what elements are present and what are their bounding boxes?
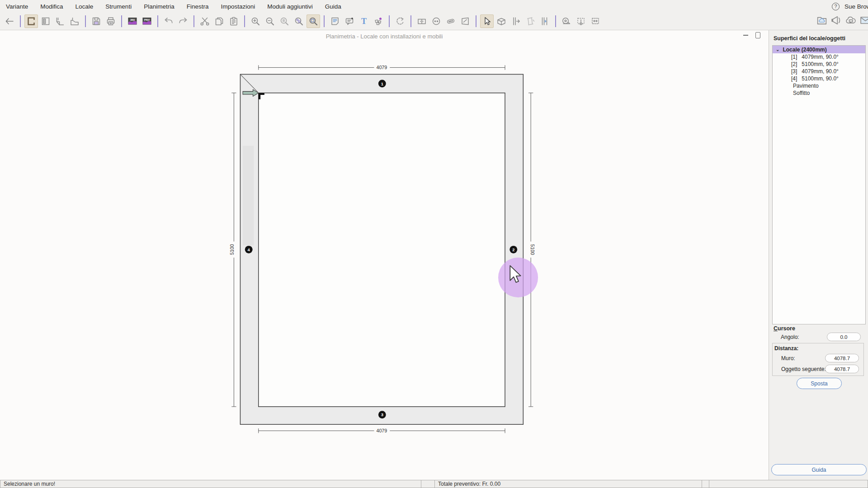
dim-left-label: 5100 <box>229 244 235 255</box>
toolbar-right-group <box>815 14 868 27</box>
svg-text:T: T <box>361 17 367 26</box>
paste-icon[interactable] <box>227 14 241 28</box>
menu-variante[interactable]: Variante <box>6 3 28 10</box>
corner-detail-icon[interactable] <box>68 14 81 28</box>
next-object-row: Oggetto seguente: 4078.7 <box>781 365 863 374</box>
floor-plan: 4079 4079 5100 5100 1 2 3 4 <box>0 30 769 480</box>
cut-icon[interactable] <box>198 14 212 28</box>
menu-locale[interactable]: Locale <box>75 3 94 10</box>
tree-item-wall-2[interactable]: [2]5100mm, 90.0° <box>773 61 865 68</box>
menu-moduli-aggiuntivi[interactable]: Moduli aggiuntivi <box>267 3 313 10</box>
view-360-icon[interactable]: 360 <box>126 14 139 28</box>
dim-top-label: 4079 <box>376 65 387 70</box>
cloud-folder-icon[interactable] <box>815 14 829 27</box>
toolbar: 360 PNV T <box>0 13 868 30</box>
move-wall-alt-icon[interactable] <box>524 14 537 28</box>
undo-icon[interactable] <box>162 14 175 28</box>
dimension-point-icon[interactable] <box>574 14 588 28</box>
tree-item-wall-1[interactable]: [1]4079mm, 90.0° <box>773 53 865 61</box>
toolbar-separator <box>157 15 158 27</box>
socket-icon[interactable] <box>429 14 443 28</box>
room-floor[interactable] <box>259 93 505 407</box>
properties-panel: Superfici del locale/oggetti ⌄ Locale (2… <box>769 30 868 480</box>
align-wall-icon[interactable] <box>538 14 552 28</box>
dimension-span-icon[interactable] <box>589 14 602 28</box>
back-icon[interactable] <box>3 14 16 28</box>
zoom-window-icon[interactable] <box>292 14 306 28</box>
svg-text:2: 2 <box>512 248 514 252</box>
surfaces-tree: ⌄ Locale (2400mm) [1]4079mm, 90.0° [2]51… <box>772 45 866 324</box>
rotate-icon[interactable] <box>393 14 407 28</box>
view-pnv-icon[interactable]: PNV <box>140 14 154 28</box>
toolbar-separator <box>244 15 245 27</box>
cloud-chat-icon[interactable] <box>844 14 858 27</box>
menu-impostazioni[interactable]: Impostazioni <box>221 3 255 10</box>
toolbar-separator <box>555 15 556 27</box>
toolbar-separator <box>410 15 411 27</box>
drawing-canvas[interactable]: Planimetria - Locale con installazioni e… <box>0 30 769 480</box>
tree-root-label: Locale (2400mm) <box>783 47 826 53</box>
tree-item-wall-3[interactable]: [3]4079mm, 90.0° <box>773 68 865 75</box>
move-wall-icon[interactable] <box>509 14 523 28</box>
menu-guida[interactable]: Guida <box>325 3 341 10</box>
distance-label: Distanza: <box>774 345 798 352</box>
dim-right-label: 5100 <box>530 244 535 255</box>
cursor-section-title: Cursore <box>774 325 795 332</box>
next-object-input[interactable]: 4078.7 <box>825 365 859 373</box>
materials-icon[interactable] <box>372 14 385 28</box>
distance-group: Distanza: Muro: 4078.7 Oggetto seguente:… <box>772 343 864 376</box>
select-icon[interactable] <box>480 14 494 28</box>
mirror-icon[interactable] <box>458 14 472 28</box>
tree-item-soffitto[interactable]: Soffitto <box>773 89 865 97</box>
save-icon[interactable] <box>90 14 103 28</box>
menu-planimetria[interactable]: Planimetria <box>144 3 175 10</box>
status-message: Selezionare un muro! <box>0 480 421 488</box>
tree-item-wall-4[interactable]: [4]5100mm, 90.0° <box>773 75 865 82</box>
chevron-down-icon[interactable]: ⌄ <box>776 47 779 52</box>
status-spacer <box>702 480 709 488</box>
status-bar: Selezionare un muro! Totale preventivo: … <box>0 480 868 488</box>
tree-item-pavimento[interactable]: Pavimento <box>773 82 865 89</box>
measure-tape-icon[interactable] <box>560 14 573 28</box>
status-spacer <box>709 480 868 488</box>
announcements-icon[interactable] <box>830 14 843 27</box>
zoom-in-icon[interactable] <box>249 14 262 28</box>
menu-modifica[interactable]: Modifica <box>40 3 63 10</box>
wall-elevation-icon[interactable] <box>39 14 52 28</box>
notes-icon[interactable] <box>328 14 342 28</box>
zoom-out-icon[interactable] <box>263 14 277 28</box>
help-icon[interactable]: ? <box>832 3 840 10</box>
move-button[interactable]: Sposta <box>797 378 842 389</box>
toolbar-separator <box>20 15 21 27</box>
mail-icon[interactable] <box>859 14 868 27</box>
furniture-icon[interactable] <box>415 14 429 28</box>
status-total: Totale preventivo: Fr. 0.00 <box>435 480 702 488</box>
corner-view-icon[interactable] <box>53 14 67 28</box>
wall-distance-input[interactable]: 4078.7 <box>825 354 859 362</box>
zoom-fit-icon[interactable] <box>307 14 320 28</box>
tree-root-locale[interactable]: ⌄ Locale (2400mm) <box>773 46 865 53</box>
menu-finestra[interactable]: Finestra <box>187 3 209 10</box>
text-tool-icon[interactable]: T <box>357 14 371 28</box>
redo-icon[interactable] <box>176 14 190 28</box>
help-button[interactable]: Guida <box>771 464 867 475</box>
print-icon[interactable] <box>104 14 118 28</box>
object-3d-icon[interactable] <box>495 14 508 28</box>
dim-bottom-label: 4079 <box>376 428 387 433</box>
svg-text:1: 1 <box>381 82 383 86</box>
zoom-previous-icon[interactable] <box>278 14 291 28</box>
wall-distance-label: Muro: <box>781 355 795 361</box>
copy-icon[interactable] <box>212 14 226 28</box>
menu-strumenti[interactable]: Strumenti <box>105 3 132 10</box>
toolbar-separator <box>193 15 194 27</box>
installation-icon[interactable] <box>444 14 458 28</box>
svg-text:360: 360 <box>130 19 135 21</box>
floor-plan-icon[interactable] <box>24 14 38 28</box>
user-name[interactable]: Sue Brown <box>844 3 868 10</box>
angle-input[interactable]: 0.0 <box>827 333 861 341</box>
svg-text:PNV: PNV <box>144 19 150 21</box>
comments-icon[interactable] <box>343 14 356 28</box>
menu-bar: Variante Modifica Locale Strumenti Plani… <box>0 0 868 13</box>
toolbar-separator <box>121 15 122 27</box>
svg-text:3: 3 <box>381 413 383 417</box>
